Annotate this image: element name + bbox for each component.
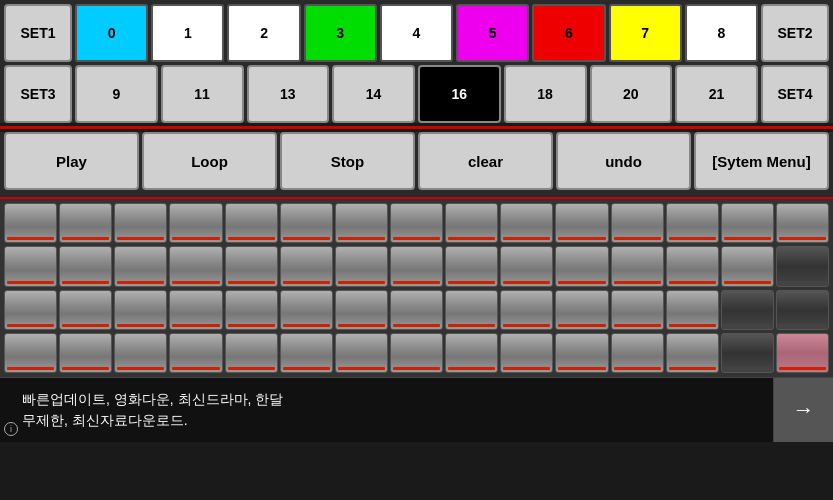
kb-key[interactable]	[4, 246, 57, 286]
system-menu-button[interactable]: [Sytem Menu]	[694, 132, 829, 190]
kb-key[interactable]	[555, 203, 608, 243]
loop-button[interactable]: Loop	[142, 132, 277, 190]
color-btn-8[interactable]: 8	[685, 4, 758, 62]
set1-button[interactable]: SET1	[4, 4, 72, 62]
kb-key[interactable]	[721, 203, 774, 243]
kb-key[interactable]	[666, 203, 719, 243]
play-button[interactable]: Play	[4, 132, 139, 190]
color-btn-7[interactable]: 7	[609, 4, 682, 62]
num-btn-13[interactable]: 13	[247, 65, 330, 123]
arrow-button[interactable]: →	[773, 378, 833, 442]
kb-key[interactable]	[169, 333, 222, 373]
set4-button[interactable]: SET4	[761, 65, 829, 123]
keyboard-row-3	[4, 290, 829, 330]
num-btn-14[interactable]: 14	[332, 65, 415, 123]
kb-key[interactable]	[280, 290, 333, 330]
kb-key[interactable]	[500, 246, 553, 286]
kb-key-dark[interactable]	[721, 290, 774, 330]
kb-key[interactable]	[555, 246, 608, 286]
kb-key[interactable]	[390, 290, 443, 330]
kb-key-dark[interactable]	[721, 333, 774, 373]
kb-key[interactable]	[169, 203, 222, 243]
kb-key[interactable]	[225, 290, 278, 330]
row1-color-buttons: SET1 0 1 2 3 4 5 6 7 8 SET2	[4, 4, 829, 62]
kb-key[interactable]	[666, 246, 719, 286]
keyboard-row-4	[4, 333, 829, 373]
kb-key[interactable]	[611, 246, 664, 286]
stop-button[interactable]: Stop	[280, 132, 415, 190]
bottom-bar: i 빠른업데이트, 영화다운, 최신드라마, 한달무제한, 최신자료다운로드. …	[0, 377, 833, 442]
kb-key[interactable]	[500, 333, 553, 373]
kb-key[interactable]	[59, 203, 112, 243]
kb-key[interactable]	[445, 333, 498, 373]
kb-key[interactable]	[280, 203, 333, 243]
kb-key[interactable]	[225, 203, 278, 243]
kb-key[interactable]	[169, 290, 222, 330]
kb-key[interactable]	[445, 203, 498, 243]
kb-key[interactable]	[390, 203, 443, 243]
kb-key[interactable]	[225, 333, 278, 373]
keyboard-row-1	[4, 203, 829, 243]
kb-key[interactable]	[280, 246, 333, 286]
action-buttons-row: Play Loop Stop clear undo [Sytem Menu]	[4, 132, 829, 190]
num-btn-21[interactable]: 21	[675, 65, 758, 123]
kb-key[interactable]	[390, 333, 443, 373]
kb-key[interactable]	[114, 290, 167, 330]
kb-key[interactable]	[225, 246, 278, 286]
kb-key[interactable]	[59, 246, 112, 286]
kb-key[interactable]	[169, 246, 222, 286]
color-btn-4[interactable]: 4	[380, 4, 453, 62]
color-btn-6[interactable]: 6	[532, 4, 605, 62]
set2-button[interactable]: SET2	[761, 4, 829, 62]
kb-key[interactable]	[4, 203, 57, 243]
kb-key[interactable]	[666, 333, 719, 373]
kb-key[interactable]	[776, 203, 829, 243]
kb-key[interactable]	[59, 290, 112, 330]
kb-key[interactable]	[114, 246, 167, 286]
kb-key[interactable]	[611, 333, 664, 373]
kb-key[interactable]	[335, 290, 388, 330]
kb-key[interactable]	[4, 333, 57, 373]
kb-key[interactable]	[445, 246, 498, 286]
kb-key[interactable]	[611, 290, 664, 330]
kb-key[interactable]	[59, 333, 112, 373]
color-btn-3[interactable]: 3	[304, 4, 377, 62]
kb-key[interactable]	[4, 290, 57, 330]
color-btn-5[interactable]: 5	[456, 4, 529, 62]
kb-key[interactable]	[500, 203, 553, 243]
kb-key[interactable]	[666, 290, 719, 330]
kb-key[interactable]	[335, 333, 388, 373]
divider	[0, 126, 833, 129]
kb-key[interactable]	[445, 290, 498, 330]
kb-key[interactable]	[114, 333, 167, 373]
info-icon[interactable]: i	[4, 422, 18, 436]
kb-key[interactable]	[390, 246, 443, 286]
color-btn-1[interactable]: 1	[151, 4, 224, 62]
kb-key-dark[interactable]	[776, 246, 829, 286]
kb-key[interactable]	[280, 333, 333, 373]
undo-button[interactable]: undo	[556, 132, 691, 190]
kb-key[interactable]	[555, 333, 608, 373]
kb-key[interactable]	[335, 203, 388, 243]
kb-key-dark[interactable]	[776, 290, 829, 330]
bottom-text: 빠른업데이트, 영화다운, 최신드라마, 한달무제한, 최신자료다운로드.	[0, 381, 773, 439]
num-btn-20[interactable]: 20	[590, 65, 673, 123]
kb-key[interactable]	[721, 246, 774, 286]
color-btn-2[interactable]: 2	[227, 4, 300, 62]
set3-button[interactable]: SET3	[4, 65, 72, 123]
num-btn-9[interactable]: 9	[75, 65, 158, 123]
kb-key[interactable]	[611, 203, 664, 243]
row2-number-buttons: SET3 9 11 13 14 16 18 20 21 SET4	[4, 65, 829, 123]
kb-key-pink[interactable]	[776, 333, 829, 373]
clear-button[interactable]: clear	[418, 132, 553, 190]
kb-key[interactable]	[555, 290, 608, 330]
num-btn-11[interactable]: 11	[161, 65, 244, 123]
color-btn-0[interactable]: 0	[75, 4, 148, 62]
num-btn-18[interactable]: 18	[504, 65, 587, 123]
keyboard-area	[0, 197, 833, 377]
kb-key[interactable]	[114, 203, 167, 243]
num-btn-16[interactable]: 16	[418, 65, 501, 123]
kb-key[interactable]	[500, 290, 553, 330]
kb-key[interactable]	[335, 246, 388, 286]
keyboard-row-2	[4, 246, 829, 286]
